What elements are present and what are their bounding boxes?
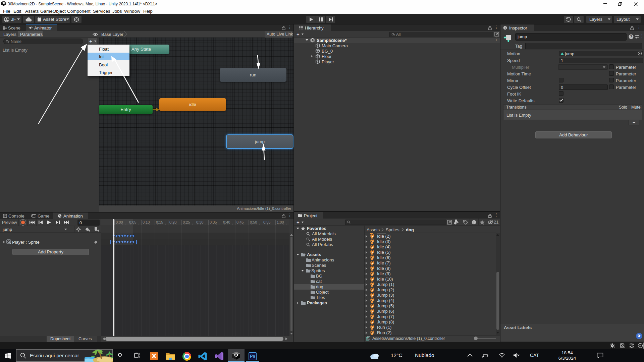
svg-text:?: ? [630,35,632,39]
